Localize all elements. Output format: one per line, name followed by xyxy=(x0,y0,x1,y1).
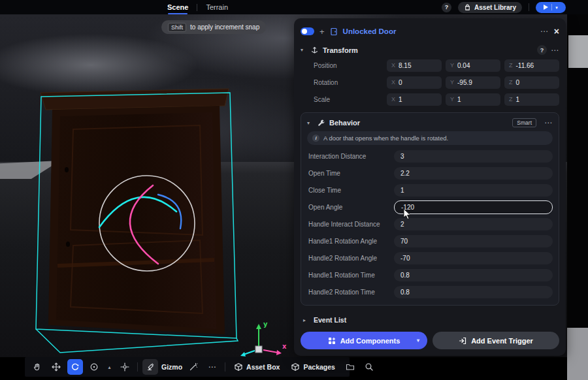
field-value: 0.8 xyxy=(400,272,410,279)
pan-hand-tool[interactable] xyxy=(29,359,45,375)
position-z-field[interactable]: Z-11.66 xyxy=(504,59,559,72)
add-components-button[interactable]: Add Components ▾ xyxy=(301,332,427,349)
transform-section-header[interactable]: ▾ Transform ? ⋯ xyxy=(301,43,559,57)
behavior-more-icon[interactable]: ⋯ xyxy=(544,118,553,127)
tab-scene[interactable]: Scene xyxy=(167,0,188,14)
crosshair-icon xyxy=(120,362,129,372)
handle-interact-distance-input[interactable]: 2 xyxy=(394,218,553,230)
position-x-field[interactable]: X8.15 xyxy=(387,59,442,72)
visibility-toggle[interactable] xyxy=(301,27,314,35)
search-button[interactable] xyxy=(361,359,377,375)
rotation-y-field[interactable]: Y-95.9 xyxy=(446,76,500,89)
move-icon xyxy=(52,362,61,372)
axis-gizmo[interactable]: y x xyxy=(237,320,288,359)
handle2-rotation-time-input[interactable]: 0.8 xyxy=(394,286,553,298)
gizmo-cube[interactable] xyxy=(255,346,262,353)
open-time-input[interactable]: 2.2 xyxy=(394,167,553,180)
add-components-label: Add Components xyxy=(340,337,400,345)
magic-wand-tool[interactable] xyxy=(186,359,201,375)
field-value: 1 xyxy=(400,187,404,194)
snap-tooltip: Shift to apply increment snap xyxy=(161,20,266,34)
hand-icon xyxy=(33,362,42,372)
field-value: 3 xyxy=(400,153,404,160)
chevron-right-icon[interactable]: ▸ xyxy=(303,317,309,323)
handle1-rotation-angle-input[interactable]: 70 xyxy=(394,235,553,247)
door-model[interactable] xyxy=(41,89,229,334)
transform-more-icon[interactable]: ⋯ xyxy=(551,46,559,55)
search-icon xyxy=(365,362,374,372)
asset-library-button[interactable]: Asset Library xyxy=(458,2,522,13)
toolbar-more-button[interactable]: ⋯ xyxy=(204,359,220,375)
axis-z-prefix: Z xyxy=(509,79,513,86)
asset-library-label: Asset Library xyxy=(474,4,516,11)
scale-label: Scale xyxy=(314,96,387,103)
desktop-strip-top xyxy=(568,35,588,68)
move-tool[interactable] xyxy=(48,359,64,375)
add-event-trigger-button[interactable]: Add Event Trigger xyxy=(433,332,559,349)
scale-z-field[interactable]: Z1 xyxy=(504,93,559,106)
play-button-divider xyxy=(551,4,552,10)
chevron-down-icon[interactable]: ▾ xyxy=(555,5,558,10)
interaction-distance-input[interactable]: 3 xyxy=(394,150,553,163)
tab-terrain[interactable]: Terrain xyxy=(206,0,228,14)
close-icon[interactable]: × xyxy=(554,27,559,36)
door-hinge-top xyxy=(65,167,69,172)
axis-y-prefix: Y xyxy=(450,79,454,86)
rotation-y-value: -95.9 xyxy=(457,79,472,86)
chevron-down-icon[interactable]: ▾ xyxy=(417,338,419,343)
rotation-z-field[interactable]: Z0 xyxy=(504,76,559,89)
gizmo-lamp-icon xyxy=(142,359,158,375)
components-icon xyxy=(328,337,336,345)
axis-y-prefix: Y xyxy=(450,62,454,69)
smart-badge: Smart xyxy=(512,118,536,127)
scene-3d-view[interactable] xyxy=(18,73,280,360)
scale-tool[interactable] xyxy=(86,359,102,375)
asset-box-button[interactable]: Asset Box xyxy=(230,359,284,375)
snap-tooltip-text: to apply increment snap xyxy=(190,24,259,31)
folder-button[interactable] xyxy=(342,359,358,375)
position-y-field[interactable]: Y0.04 xyxy=(446,59,500,72)
panel-more-icon[interactable]: ⋯ xyxy=(540,27,549,36)
handle2-rotation-angle-input[interactable]: -70 xyxy=(394,252,553,264)
help-icon[interactable]: ? xyxy=(442,3,451,12)
scale-y-field[interactable]: Y1 xyxy=(446,93,500,106)
rotation-x-field[interactable]: X0 xyxy=(387,76,442,89)
field-value: 70 xyxy=(400,238,408,245)
play-button[interactable]: ▾ xyxy=(536,2,566,13)
field-row: Handle Interact Distance 2 xyxy=(307,215,553,232)
axis-x-prefix: X xyxy=(391,79,395,86)
scale-orbit-icon xyxy=(90,362,99,372)
x-axis-label: x xyxy=(282,343,287,350)
position-y-value: 0.04 xyxy=(457,62,470,69)
scale-x-field[interactable]: X1 xyxy=(387,93,442,106)
tab-divider xyxy=(197,4,197,11)
asset-box-label: Asset Box xyxy=(246,363,280,371)
chevron-down-icon[interactable]: ▾ xyxy=(307,120,313,126)
event-list-section[interactable]: ▸ Event List xyxy=(301,313,559,327)
field-label: Handle2 Rotation Angle xyxy=(307,255,394,262)
transform-help-icon[interactable]: ? xyxy=(537,45,547,55)
topbar-actions: ? Asset Library ▾ xyxy=(442,0,566,14)
handle1-rotation-time-input[interactable]: 0.8 xyxy=(394,269,553,281)
packages-button[interactable]: Packages xyxy=(287,359,338,375)
behavior-section-header[interactable]: ▾ Behavior Smart ⋯ xyxy=(307,116,553,130)
field-label: Close Time xyxy=(307,187,394,194)
object-title: Unlocked Door xyxy=(343,27,397,35)
snap-tool[interactable] xyxy=(117,359,133,375)
toolbar-divider xyxy=(225,362,225,372)
behavior-description: i A door that opens when the handle is r… xyxy=(307,131,553,145)
open-angle-input[interactable]: -120 xyxy=(394,200,553,214)
rotate-tool[interactable] xyxy=(67,359,83,375)
chevron-down-icon[interactable]: ▾ xyxy=(301,47,306,53)
close-time-input[interactable]: 1 xyxy=(394,184,553,197)
bag-icon xyxy=(464,3,471,11)
scale-x-value: 1 xyxy=(399,96,402,103)
gizmo-toggle[interactable]: Gizmo xyxy=(142,359,182,375)
plus-icon[interactable]: + xyxy=(319,27,325,36)
tab-scene-label: Scene xyxy=(167,3,188,11)
play-icon xyxy=(544,5,548,10)
tool-expand-chevron[interactable]: ▴ xyxy=(105,359,114,375)
z-axis-arrow[interactable] xyxy=(244,351,255,355)
field-row: Open Angle -120 xyxy=(307,198,553,215)
x-axis-arrow[interactable] xyxy=(263,350,278,353)
